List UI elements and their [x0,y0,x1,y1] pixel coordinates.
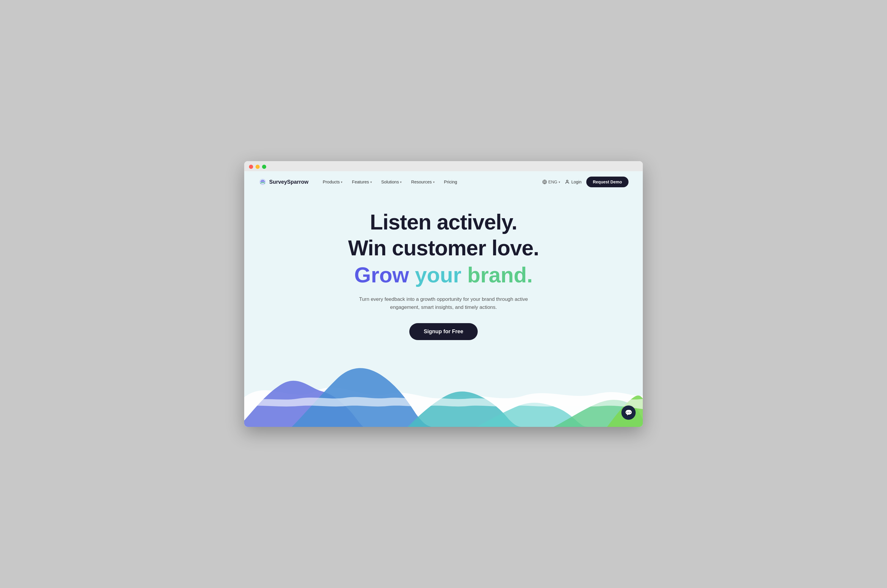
hero-section: Listen actively. Win customer love. Grow… [244,193,643,352]
navbar: SurveySparrow Products ▾ Features ▾ Solu… [244,171,643,193]
chat-icon: 💬 [625,409,632,416]
nav-links: Products ▾ Features ▾ Solutions ▾ Resour… [319,177,542,187]
your-text: your [415,263,467,287]
nav-item-products[interactable]: Products ▾ [319,177,346,187]
globe-icon [542,180,547,184]
request-demo-button[interactable]: Request Demo [586,177,628,187]
browser-window: SurveySparrow Products ▾ Features ▾ Solu… [244,161,643,427]
nav-right: ENG ▾ Login Request Demo [542,177,628,187]
language-selector[interactable]: ENG ▾ [542,180,560,184]
logo-icon [259,178,267,186]
chat-button[interactable]: 💬 [621,405,636,420]
chevron-icon: ▾ [559,180,560,184]
user-icon [565,180,570,184]
signup-button[interactable]: Signup for Free [409,323,477,340]
nav-item-pricing[interactable]: Pricing [440,177,461,187]
hero-heading-line1: Listen actively. [250,210,637,234]
chevron-icon: ▾ [433,180,434,184]
grow-text: Grow [354,263,415,287]
chevron-icon: ▾ [370,180,372,184]
login-button[interactable]: Login [565,180,582,184]
dot-red[interactable] [249,165,253,169]
nav-item-features[interactable]: Features ▾ [348,177,375,187]
browser-chrome [244,161,643,171]
brand-text: brand. [467,263,533,287]
browser-dots [249,165,638,171]
wave-container [244,344,643,427]
logo[interactable]: SurveySparrow [259,178,308,186]
svg-point-2 [566,180,568,182]
hero-heading-line2: Win customer love. [250,236,637,260]
hero-subtext: Turn every feedback into a growth opport… [354,295,533,311]
logo-text: SurveySparrow [269,179,308,185]
nav-item-solutions[interactable]: Solutions ▾ [378,177,406,187]
browser-page: SurveySparrow Products ▾ Features ▾ Solu… [244,171,643,427]
chevron-icon: ▾ [400,180,401,184]
hero-heading-line3: Grow your brand. [250,262,637,288]
chevron-icon: ▾ [341,180,342,184]
dot-green[interactable] [262,165,266,169]
nav-item-resources[interactable]: Resources ▾ [407,177,438,187]
dot-yellow[interactable] [256,165,260,169]
wave-svg [244,344,643,427]
